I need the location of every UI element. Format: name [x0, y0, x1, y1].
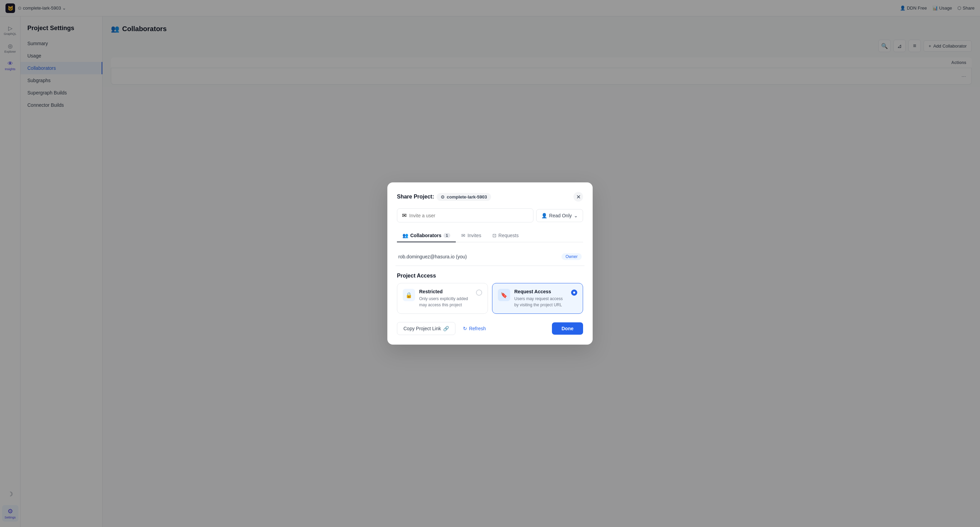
modal-tabs: 👥 Collaborators 1 ✉ Invites ⊡ Requests	[397, 229, 583, 242]
modal-project-badge: ⊙ complete-lark-5903	[437, 193, 491, 201]
restricted-access-card[interactable]: 🔒 Restricted Only users explicitly added…	[397, 283, 488, 314]
request-access-desc: Users may request access by visiting the…	[514, 296, 567, 308]
invites-tab-icon: ✉	[461, 233, 465, 238]
email-icon: ✉	[402, 212, 407, 219]
restricted-title: Restricted	[419, 289, 472, 294]
copy-link-label: Copy Project Link	[403, 326, 441, 331]
restricted-icon: 🔒	[403, 289, 415, 301]
link-icon: 🔗	[443, 326, 449, 331]
access-options-grid: 🔒 Restricted Only users explicitly added…	[397, 283, 583, 314]
collaborator-email: rob.dominguez@hasura.io (you)	[398, 254, 467, 260]
role-caret-icon: ⌄	[574, 213, 578, 218]
tab-invites[interactable]: ✉ Invites	[456, 229, 487, 242]
collaborators-tab-icon: 👥	[402, 233, 408, 238]
role-label: Read Only	[549, 213, 572, 218]
share-project-modal: Share Project: ⊙ complete-lark-5903 ✕ ✉ …	[387, 182, 593, 345]
modal-globe-icon: ⊙	[441, 194, 444, 199]
request-access-icon: 🔖	[498, 289, 510, 301]
modal-title-label: Share Project:	[397, 194, 434, 200]
close-icon: ✕	[576, 194, 581, 200]
refresh-icon: ↻	[463, 326, 467, 331]
section-divider	[396, 266, 584, 266]
collaborators-tab-badge: 1	[444, 233, 450, 238]
project-access-section: Project Access 🔒 Restricted Only users e…	[397, 273, 583, 314]
request-access-card-text: Request Access Users may request access …	[514, 289, 567, 308]
collaborator-row: rob.dominguez@hasura.io (you) Owner	[397, 248, 583, 266]
restricted-card-text: Restricted Only users explicitly added m…	[419, 289, 472, 308]
copy-project-link-button[interactable]: Copy Project Link 🔗	[397, 322, 455, 335]
done-button[interactable]: Done	[552, 322, 583, 335]
restricted-desc: Only users explicitly added may access t…	[419, 296, 472, 308]
owner-badge: Owner	[562, 253, 582, 260]
role-selector[interactable]: 👤 Read Only ⌄	[536, 209, 583, 222]
modal-title-row: Share Project: ⊙ complete-lark-5903	[397, 193, 491, 201]
requests-tab-icon: ⊡	[492, 233, 496, 238]
request-access-card[interactable]: 🔖 Request Access Users may request acces…	[492, 283, 583, 314]
restricted-radio[interactable]	[476, 290, 482, 296]
invite-user-input[interactable]	[409, 213, 528, 218]
tab-requests[interactable]: ⊡ Requests	[487, 229, 524, 242]
project-access-title: Project Access	[397, 273, 583, 279]
collaborators-tab-label: Collaborators	[410, 233, 441, 238]
refresh-label: Refresh	[469, 326, 486, 331]
invites-tab-label: Invites	[468, 233, 481, 238]
role-person-icon: 👤	[541, 213, 547, 218]
modal-close-button[interactable]: ✕	[573, 192, 583, 202]
refresh-button[interactable]: ↻ Refresh	[460, 322, 489, 335]
invite-input-wrap: ✉	[397, 209, 533, 223]
requests-tab-label: Requests	[498, 233, 519, 238]
request-access-radio[interactable]	[571, 290, 577, 296]
done-label: Done	[562, 326, 573, 331]
request-access-title: Request Access	[514, 289, 567, 294]
modal-overlay: Share Project: ⊙ complete-lark-5903 ✕ ✉ …	[0, 0, 980, 527]
modal-header: Share Project: ⊙ complete-lark-5903 ✕	[397, 192, 583, 202]
tab-collaborators[interactable]: 👥 Collaborators 1	[397, 229, 456, 242]
modal-footer: Copy Project Link 🔗 ↻ Refresh Done	[397, 322, 583, 335]
invite-row: ✉ 👤 Read Only ⌄	[397, 209, 583, 223]
modal-project-name: complete-lark-5903	[447, 194, 487, 199]
